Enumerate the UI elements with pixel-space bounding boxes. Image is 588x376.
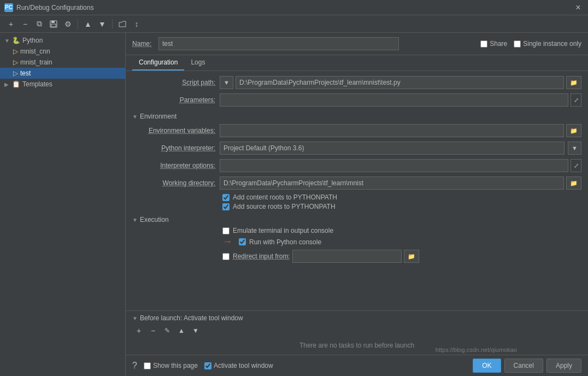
env-vars-label: Environment variables: (132, 127, 220, 134)
environment-label: Environment (140, 113, 177, 120)
working-dir-input[interactable] (220, 177, 564, 190)
python-group-label: Python (22, 37, 43, 44)
close-button[interactable]: × (573, 2, 584, 13)
ok-button[interactable]: OK (473, 359, 501, 373)
interpreter-options-wrap: ⤢ (220, 159, 581, 172)
toolbar-separator-2 (112, 19, 113, 29)
tree-mnist-cnn[interactable]: ▷ mnist_cnn (0, 46, 125, 57)
python-group-icon: 🐍 (12, 37, 20, 44)
execution-section-header[interactable]: ▼ Execution (132, 215, 581, 225)
single-instance-checkbox[interactable] (514, 40, 521, 48)
folder-button[interactable] (116, 17, 129, 31)
mnist-train-label: mnist_train (20, 58, 52, 66)
tree-templates[interactable]: ▶ 📋 Templates (0, 79, 125, 90)
tab-logs[interactable]: Logs (184, 55, 211, 70)
execution-collapse-arrow: ▼ (132, 217, 138, 223)
move-up-button[interactable]: ▲ (81, 17, 95, 31)
test-icon: ▷ (13, 69, 18, 77)
tab-configuration[interactable]: Configuration (132, 55, 184, 70)
activate-window-checkbox-label[interactable]: Activate tool window (204, 362, 273, 369)
apply-button[interactable]: Apply (546, 359, 581, 373)
move-down-button[interactable]: ▼ (96, 17, 109, 31)
parameters-expand[interactable]: ⤢ (571, 93, 581, 107)
working-dir-row: Working directory: 📁 (132, 176, 581, 190)
python-interpreter-browse[interactable]: ▼ (568, 142, 581, 155)
templates-label: Templates (22, 80, 52, 88)
test-label: test (20, 69, 31, 77)
parameters-input[interactable] (220, 93, 568, 107)
show-page-label: Show this page (153, 362, 198, 369)
sort-button[interactable]: ↕ (130, 17, 143, 31)
form-content: Script path: ▼ 📁 Parameters: ⤢ (126, 71, 588, 310)
mnist-cnn-label: mnist_cnn (20, 48, 50, 55)
parameters-label: Parameters: (132, 96, 220, 104)
add-source-roots-checkbox[interactable] (222, 203, 230, 210)
svg-rect-1 (51, 21, 55, 23)
run-python-console-checkbox[interactable] (239, 238, 246, 245)
bottom-bar: ? Show this page Activate tool window OK… (126, 355, 588, 376)
copy-config-button[interactable]: ⧉ (33, 17, 46, 31)
interpreter-options-row: Interpreter options: ⤢ (132, 158, 581, 173)
add-content-roots-checkbox[interactable] (222, 194, 230, 201)
show-page-checkbox[interactable] (144, 362, 151, 369)
cancel-button[interactable]: Cancel (504, 359, 543, 373)
tree-test[interactable]: ▷ test (0, 68, 125, 79)
launch-empty-label: There are no tasks to run before launch (132, 339, 581, 351)
tree-python-group[interactable]: ▼ 🐍 Python (0, 35, 125, 46)
redirect-input-field[interactable] (292, 250, 402, 263)
script-path-browse[interactable]: 📁 (566, 76, 581, 89)
content-area: ▼ 🐍 Python ▷ mnist_cnn ▷ mnist_train ▷ t… (0, 33, 588, 376)
script-path-dropdown[interactable]: ▼ (220, 76, 233, 89)
show-page-checkbox-label[interactable]: Show this page (144, 362, 198, 369)
save-config-button[interactable] (47, 17, 60, 31)
python-interpreter-row: Python interpreter: Project Default (Pyt… (132, 141, 581, 155)
templates-expand-arrow: ▶ (4, 81, 10, 87)
share-checkbox[interactable] (480, 40, 487, 48)
env-vars-row: Environment variables: 📁 (132, 124, 581, 138)
launch-edit-button[interactable]: ✎ (161, 324, 174, 337)
before-launch-section: ▼ Before launch: Activate tool window + … (126, 310, 588, 355)
share-checkbox-label[interactable]: Share (480, 40, 507, 48)
activate-window-checkbox[interactable] (204, 362, 211, 369)
mnist-cnn-icon: ▷ (13, 48, 18, 55)
launch-down-button[interactable]: ▼ (189, 324, 202, 337)
add-config-button[interactable]: + (4, 17, 17, 31)
single-instance-checkbox-label[interactable]: Single instance only (514, 40, 581, 48)
settings-button[interactable]: ⚙ (61, 17, 74, 31)
emulate-terminal-row: Emulate terminal in output console (222, 227, 581, 234)
env-vars-browse[interactable]: 📁 (566, 124, 581, 137)
script-path-wrap: ▼ 📁 (220, 76, 581, 89)
right-panel: Name: Share Single instance only Configu… (126, 33, 588, 376)
parameters-row: Parameters: ⤢ (132, 93, 581, 107)
env-vars-input[interactable] (220, 124, 564, 137)
redirect-input-label: Redirect input from: (233, 252, 292, 260)
python-interpreter-wrap: Project Default (Python 3.6) ▼ (220, 142, 581, 155)
name-input[interactable] (158, 37, 399, 50)
main-container: + − ⧉ ⚙ ▲ ▼ ↕ ▼ 🐍 Pyth (0, 15, 588, 376)
script-path-input[interactable] (236, 76, 564, 89)
interpreter-options-expand[interactable]: ⤢ (571, 159, 581, 172)
help-button[interactable]: ? (132, 361, 137, 371)
mnist-train-icon: ▷ (13, 58, 18, 66)
emulate-terminal-checkbox[interactable] (222, 227, 230, 234)
python-interpreter-select[interactable]: Project Default (Python 3.6) (220, 142, 565, 155)
name-bar: Name: Share Single instance only (126, 33, 588, 55)
environment-section-header[interactable]: ▼ Environment (132, 111, 581, 121)
launch-up-button[interactable]: ▲ (175, 324, 188, 337)
right-options: Share Single instance only (480, 40, 581, 48)
activate-window-label: Activate tool window (214, 362, 273, 369)
redirect-input-checkbox[interactable] (222, 253, 230, 260)
redirect-input-browse[interactable]: 📁 (404, 250, 419, 263)
run-python-console-label: Run with Python console (249, 238, 321, 246)
tabs: Configuration Logs (126, 55, 588, 71)
before-launch-collapse-arrow: ▼ (132, 315, 138, 321)
remove-config-button[interactable]: − (19, 17, 32, 31)
before-launch-header: ▼ Before launch: Activate tool window (132, 314, 581, 322)
tree-mnist-train[interactable]: ▷ mnist_train (0, 57, 125, 68)
working-dir-label: Working directory: (132, 179, 220, 187)
interpreter-options-input[interactable] (220, 159, 568, 172)
launch-add-button[interactable]: + (132, 324, 145, 337)
launch-remove-button[interactable]: − (146, 324, 160, 337)
title-bar-left: PC Run/Debug Configurations (4, 3, 93, 12)
working-dir-browse[interactable]: 📁 (566, 177, 581, 190)
